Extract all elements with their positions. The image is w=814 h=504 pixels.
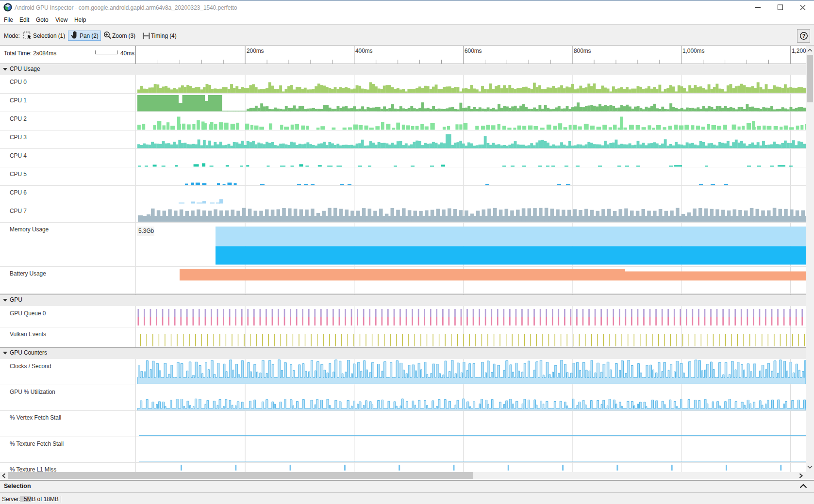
svg-text:?: ? <box>802 33 806 39</box>
